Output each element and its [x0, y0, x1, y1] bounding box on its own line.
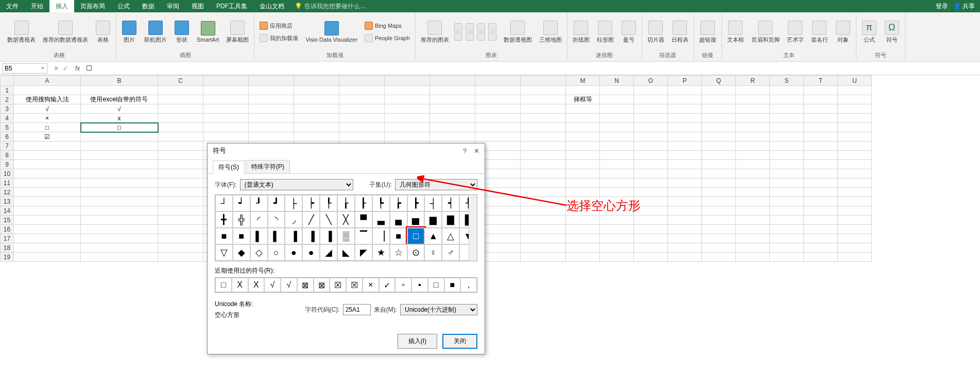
cell[interactable]: [804, 151, 838, 160]
symbol-cell[interactable]: ▽: [215, 244, 233, 261]
cell[interactable]: [770, 206, 804, 216]
cell[interactable]: [521, 216, 566, 225]
cell[interactable]: [158, 141, 203, 151]
cell[interactable]: [566, 225, 600, 234]
symbol-cell[interactable]: ▌: [268, 228, 285, 244]
cell[interactable]: [566, 123, 600, 132]
cell[interactable]: [804, 216, 838, 225]
cell[interactable]: [634, 123, 668, 132]
cell[interactable]: [81, 141, 158, 151]
cell[interactable]: [770, 197, 804, 206]
cell[interactable]: [634, 114, 668, 123]
row-header[interactable]: 16: [1, 225, 14, 234]
cell[interactable]: [521, 151, 566, 160]
cell[interactable]: [158, 178, 203, 188]
cell[interactable]: [203, 104, 249, 114]
cell[interactable]: [521, 141, 566, 151]
cell[interactable]: [14, 216, 81, 225]
row-header[interactable]: 12: [1, 188, 14, 197]
cell[interactable]: [81, 132, 158, 141]
symbol-cell[interactable]: ●: [302, 244, 320, 261]
cell[interactable]: [158, 132, 203, 141]
cell[interactable]: [158, 123, 203, 132]
cell[interactable]: [770, 216, 804, 225]
3dmap-button[interactable]: 三维地图: [537, 20, 564, 45]
symbol-cell[interactable]: ◝: [268, 211, 285, 228]
symbol-cell[interactable]: ☆: [390, 244, 407, 261]
cell[interactable]: [838, 104, 872, 114]
cell[interactable]: [736, 104, 770, 114]
symbol-cell[interactable]: ▇: [442, 211, 459, 228]
cell[interactable]: [702, 225, 736, 234]
cell[interactable]: [566, 234, 600, 243]
cell[interactable]: [14, 197, 81, 206]
cell[interactable]: [838, 123, 872, 132]
symbol-cell[interactable]: ◢: [320, 244, 337, 261]
symbol-cell[interactable]: ╳: [337, 211, 355, 228]
cell[interactable]: [770, 253, 804, 262]
cell[interactable]: [521, 132, 566, 141]
fx-icon[interactable]: fx: [72, 65, 83, 72]
cell[interactable]: [804, 234, 838, 243]
symbol-cell[interactable]: ◇: [250, 244, 268, 261]
smartart-button[interactable]: SmartArt: [195, 20, 221, 44]
cell[interactable]: [521, 95, 566, 104]
cell[interactable]: [521, 104, 566, 114]
cell[interactable]: [736, 151, 770, 160]
row-header[interactable]: 5: [1, 123, 14, 132]
symbol-cell[interactable]: ▄: [390, 211, 407, 228]
picture-button[interactable]: 图片: [119, 20, 139, 45]
pivotchart-button[interactable]: 数据透视图: [502, 20, 534, 45]
cell[interactable]: [566, 141, 600, 151]
charcode-input[interactable]: [343, 304, 371, 315]
cell[interactable]: [838, 160, 872, 169]
cell[interactable]: [668, 141, 702, 151]
cell[interactable]: [158, 169, 203, 178]
cell[interactable]: [566, 104, 600, 114]
cell[interactable]: [294, 104, 339, 114]
sparkline-column-button[interactable]: 柱形图: [595, 20, 616, 45]
wordart-button[interactable]: 艺术字: [785, 20, 806, 45]
cell[interactable]: [770, 114, 804, 123]
symbol-cell[interactable]: ┤: [424, 195, 442, 211]
cell[interactable]: [600, 178, 634, 188]
cell[interactable]: [521, 86, 566, 95]
cell[interactable]: [736, 141, 770, 151]
chart-type-icon[interactable]: [466, 23, 474, 31]
cell[interactable]: [385, 132, 430, 141]
cell[interactable]: [838, 243, 872, 253]
cell[interactable]: [770, 188, 804, 197]
cell[interactable]: [600, 169, 634, 178]
cell[interactable]: [702, 132, 736, 141]
column-header[interactable]: [294, 76, 339, 86]
symbol-cell[interactable]: ♀: [424, 244, 442, 261]
cell[interactable]: [158, 234, 203, 243]
tab-pagelayout[interactable]: 页面布局: [74, 0, 111, 12]
cell[interactable]: [600, 104, 634, 114]
cell[interactable]: [838, 132, 872, 141]
cell[interactable]: [736, 253, 770, 262]
cell[interactable]: [430, 86, 475, 95]
cell[interactable]: [203, 86, 249, 95]
cell[interactable]: [600, 141, 634, 151]
bingmaps-button[interactable]: Bing Maps: [363, 21, 412, 31]
cell[interactable]: [804, 114, 838, 123]
cell[interactable]: [736, 95, 770, 104]
cell[interactable]: [81, 188, 158, 197]
cell[interactable]: [770, 104, 804, 114]
cell[interactable]: ☑: [14, 132, 81, 141]
tab-insert[interactable]: 插入: [49, 0, 74, 12]
slicer-button[interactable]: 切片器: [645, 20, 666, 45]
symbol-cell[interactable]: ◣: [337, 244, 355, 261]
cell[interactable]: [736, 114, 770, 123]
symbol-cell[interactable]: ■: [233, 228, 250, 244]
cell[interactable]: [804, 123, 838, 132]
cell[interactable]: [804, 225, 838, 234]
cell[interactable]: [634, 178, 668, 188]
cell[interactable]: [339, 95, 385, 104]
symbol-cell[interactable]: ▒: [337, 228, 355, 244]
column-header[interactable]: N: [600, 76, 634, 86]
column-header[interactable]: [521, 76, 566, 86]
cell[interactable]: [804, 253, 838, 262]
symbol-cell[interactable]: □: [407, 228, 425, 244]
